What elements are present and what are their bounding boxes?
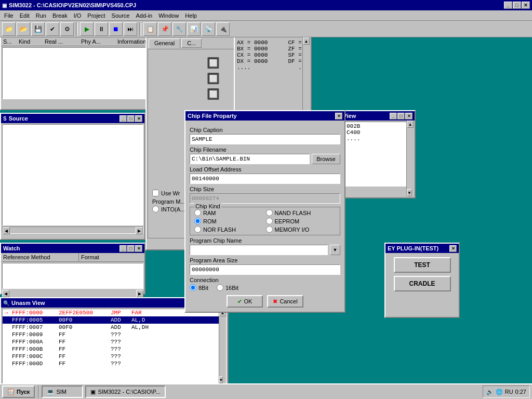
toolbar-btn9[interactable]: 📡 bbox=[202, 22, 215, 36]
unasm-title: Unasm View bbox=[11, 300, 45, 306]
menu-help[interactable]: Help bbox=[182, 11, 200, 20]
radio-memio-input[interactable] bbox=[266, 226, 273, 233]
watch-col-format: Format bbox=[79, 253, 101, 261]
menu-file[interactable]: File bbox=[1, 11, 17, 20]
chip-filename-input[interactable] bbox=[190, 154, 310, 164]
program-name-input[interactable] bbox=[190, 245, 328, 255]
toolbar-check[interactable]: ✔ bbox=[46, 22, 59, 36]
reg-bx: BX = 0000 bbox=[237, 46, 268, 52]
stack-scrollbar[interactable]: ▲ ▼ bbox=[406, 121, 414, 196]
tab-general[interactable]: General bbox=[149, 38, 180, 48]
unasm-marker-5 bbox=[5, 346, 12, 352]
src-minimize[interactable]: _ bbox=[119, 115, 127, 122]
maximize-button[interactable]: □ bbox=[513, 2, 521, 9]
radio-nandflash-input[interactable] bbox=[266, 209, 273, 216]
src-close[interactable]: ✕ bbox=[135, 115, 142, 122]
toolbar-pause[interactable]: ⏸ bbox=[95, 22, 108, 36]
watch-scroll-right[interactable]: ▶ bbox=[136, 290, 143, 297]
reg-scrollbar[interactable]: ▲ ▼ bbox=[302, 37, 310, 121]
ok-button[interactable]: ✔ OK bbox=[227, 295, 263, 308]
close-button[interactable]: ✕ bbox=[522, 2, 530, 9]
stack-minimize[interactable]: _ bbox=[390, 113, 397, 119]
stack-val-2: .... bbox=[347, 136, 360, 142]
toolbar-stop[interactable]: ⏹ bbox=[109, 22, 123, 36]
chip-dialog-close[interactable]: ✕ bbox=[335, 113, 342, 119]
taskbar-sim[interactable]: 💻 SIM bbox=[42, 385, 83, 398]
watch-maximize[interactable]: □ bbox=[127, 245, 135, 252]
source-hscrollbar[interactable]: ◀ ▶ bbox=[2, 227, 143, 234]
watch-minimize[interactable]: _ bbox=[119, 245, 127, 252]
unasm-hex-5: FF bbox=[59, 346, 111, 352]
cradle-button[interactable]: CRADLE bbox=[394, 276, 451, 291]
browse-button[interactable]: Browse bbox=[312, 154, 340, 164]
test-button[interactable]: TEST bbox=[394, 257, 451, 273]
toolbar-settings[interactable]: ⚙ bbox=[60, 22, 74, 36]
toolbar-btn8[interactable]: 📊 bbox=[187, 22, 201, 36]
toolbar-save[interactable]: 💾 bbox=[31, 22, 45, 36]
radio-16bit-input[interactable] bbox=[217, 284, 223, 291]
start-label: Пуск bbox=[17, 389, 30, 395]
radio-norflash-input[interactable] bbox=[194, 226, 201, 233]
menu-project[interactable]: Project bbox=[84, 11, 108, 20]
radio-ram-input[interactable] bbox=[194, 209, 201, 216]
watch-scroll-left[interactable]: ◀ bbox=[2, 290, 9, 297]
unasm-hex-0: 2EFF2E0500 bbox=[59, 310, 111, 316]
watch-close[interactable]: ✕ bbox=[135, 245, 142, 252]
toolbar-btn6[interactable]: 📌 bbox=[158, 22, 171, 36]
use-wr-label: Use Wr bbox=[161, 190, 180, 196]
unasm-marker-4 bbox=[5, 339, 12, 345]
menu-break[interactable]: Break bbox=[49, 11, 71, 20]
chip-kind-group: Chip Kind RAM NAND FLASH ROM bbox=[190, 207, 340, 235]
program-area-input[interactable] bbox=[190, 264, 340, 275]
unasm-scrollbar[interactable]: ▲ ▼ bbox=[219, 309, 226, 383]
stack-close[interactable]: ✕ bbox=[405, 113, 413, 119]
src-scroll-left[interactable]: ◀ bbox=[3, 227, 10, 234]
menu-edit[interactable]: Edit bbox=[17, 11, 33, 20]
toolbar-open[interactable]: 📂 bbox=[17, 22, 30, 36]
menu-addin[interactable]: Add-in bbox=[132, 11, 155, 20]
toolbar-btn5[interactable]: 📋 bbox=[143, 22, 157, 36]
watch-hscrollbar[interactable]: ◀ ▶ bbox=[2, 290, 143, 297]
radio-eeprom-input[interactable] bbox=[266, 218, 273, 224]
toolbar-step[interactable]: ⏭ bbox=[124, 22, 137, 36]
program-radio[interactable] bbox=[152, 206, 159, 212]
sys-tray-time: 0:27 bbox=[515, 389, 526, 395]
toolbar-run[interactable]: ▶ bbox=[80, 22, 94, 36]
radio-8bit-label: 8Bit bbox=[198, 285, 208, 291]
stack-maximize[interactable]: □ bbox=[397, 113, 405, 119]
radio-16bit: 16Bit bbox=[217, 284, 238, 291]
stack-scroll-down[interactable]: ▼ bbox=[407, 189, 412, 196]
toolbar-btn10[interactable]: 🔌 bbox=[216, 22, 230, 36]
menu-source[interactable]: Source bbox=[109, 11, 133, 20]
program-name-dropdown[interactable]: ▼ bbox=[330, 245, 340, 255]
cancel-button[interactable]: ✖ Cancel bbox=[267, 295, 303, 308]
unasm-scroll-down[interactable]: ▼ bbox=[219, 376, 223, 383]
unasm-instr-7: ??? bbox=[111, 361, 131, 367]
taskbar-sim3022[interactable]: ▣ SIM3022 - C:\CASIO\P... bbox=[85, 385, 165, 398]
app-title: SIM3022 - C:\CASIO\PV2EN02\SIM\PVS450.CP… bbox=[9, 2, 136, 8]
menu-io[interactable]: I/O bbox=[71, 11, 85, 20]
ok-checkmark: ✔ bbox=[237, 298, 242, 305]
load-offset-input[interactable] bbox=[190, 174, 340, 184]
menu-run[interactable]: Run bbox=[33, 11, 49, 20]
tab-c[interactable]: C... bbox=[181, 38, 202, 48]
reg-scroll-up[interactable]: ▲ bbox=[303, 37, 310, 45]
start-button[interactable]: 🪟 Пуск bbox=[2, 385, 35, 398]
minimize-button[interactable]: _ bbox=[504, 2, 512, 9]
radio-rom-input[interactable] bbox=[194, 218, 201, 224]
menu-window[interactable]: Window bbox=[155, 11, 182, 20]
unasm-addr-2: FFFF:0007 bbox=[12, 324, 59, 330]
toolbar-new[interactable]: 📁 bbox=[2, 22, 16, 36]
chip-kind-options: RAM NAND FLASH ROM EEPROM bbox=[194, 209, 336, 233]
src-scroll-right[interactable]: ▶ bbox=[136, 227, 143, 234]
load-offset-label: Load Offset Address bbox=[190, 166, 340, 172]
stack-scroll-up[interactable]: ▲ bbox=[407, 121, 414, 128]
src-maximize[interactable]: □ bbox=[127, 115, 135, 122]
taskbar: 🪟 Пуск 💻 SIM ▣ SIM3022 - C:\CASIO\P... 🔊… bbox=[0, 383, 532, 399]
toolbar-btn7[interactable]: 🔧 bbox=[172, 22, 186, 36]
chip-caption-input[interactable] bbox=[190, 134, 340, 144]
plugin-close[interactable]: ✕ bbox=[449, 245, 457, 252]
source-content bbox=[2, 124, 143, 225]
use-wr-checkbox[interactable] bbox=[152, 190, 159, 196]
radio-8bit-input[interactable] bbox=[190, 284, 196, 291]
